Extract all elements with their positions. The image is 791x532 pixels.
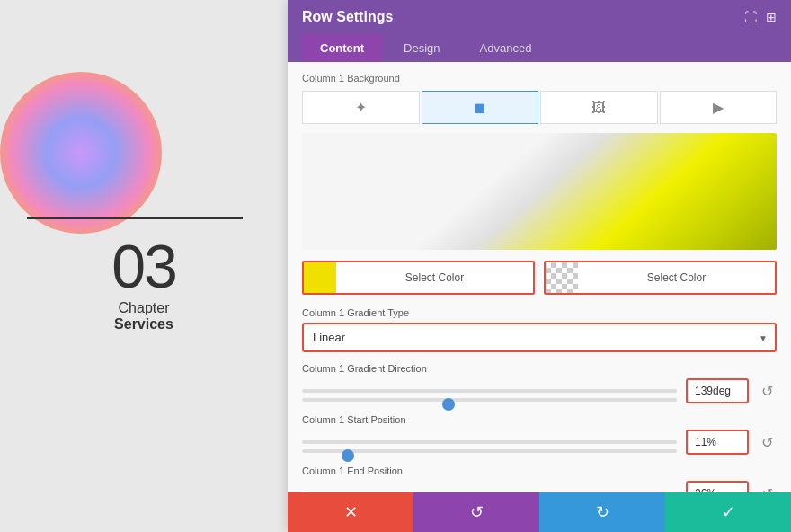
left-preview-panel: 03 Chapter Services — [0, 0, 288, 532]
layout-icon[interactable]: ⊞ — [766, 10, 777, 24]
color-select-btn-1[interactable]: Select Color — [302, 261, 535, 295]
color-select-label-2: Select Color — [578, 271, 775, 284]
action-bar: ✕ ↺ ↻ ✓ — [288, 492, 791, 532]
gradient-type-select-wrapper: Linear Radial Conic — [302, 323, 777, 352]
cancel-button[interactable]: ✕ — [288, 492, 413, 532]
bg-type-row: ✦ ◼ 🖼 ▶ — [302, 91, 777, 124]
gradient-end-input[interactable]: 36% — [686, 481, 749, 492]
bg-type-image[interactable]: 🖼 — [540, 91, 658, 124]
tab-advanced[interactable]: Advanced — [462, 34, 550, 62]
chapter-preview: 03 Chapter Services — [111, 235, 176, 332]
chapter-label: Chapter — [119, 300, 170, 316]
gradient-type-group: Column 1 Gradient Type Linear Radial Con… — [302, 307, 777, 352]
undo-button[interactable]: ↺ — [413, 492, 539, 532]
chapter-services: Services — [114, 316, 173, 332]
row-settings-panel: Row Settings ⛶ ⊞ Content Design Advanced… — [288, 0, 791, 532]
bg-section-label: Column 1 Background — [302, 73, 777, 84]
header-icons: ⛶ ⊞ — [744, 10, 777, 24]
chapter-number: 03 — [111, 235, 176, 297]
gradient-start-slider[interactable] — [302, 449, 677, 453]
bg-type-color[interactable]: ◼ — [422, 91, 539, 124]
gradient-start-input[interactable]: 11% — [686, 430, 749, 455]
color-select-label-1: Select Color — [336, 271, 533, 284]
tabs-bar: Content Design Advanced — [288, 34, 791, 62]
tab-design[interactable]: Design — [386, 34, 458, 62]
save-button[interactable]: ✓ — [665, 492, 791, 532]
panel-header: Row Settings ⛶ ⊞ — [288, 0, 791, 34]
redo-button[interactable]: ↻ — [539, 492, 665, 532]
gradient-type-label: Column 1 Gradient Type — [302, 307, 777, 318]
color-select-btn-2[interactable]: Select Color — [544, 261, 777, 295]
gradient-start-reset[interactable]: ↺ — [758, 432, 777, 453]
gradient-preview — [302, 133, 777, 250]
gradient-end-row: 36% ↺ — [302, 481, 777, 492]
gradient-direction-input[interactable]: 139deg — [686, 378, 749, 403]
gradient-start-group: Column 1 Start Position 11% ↺ — [302, 414, 777, 455]
cancel-icon: ✕ — [344, 502, 358, 522]
bg-type-none[interactable]: ✦ — [302, 91, 420, 124]
gradient-direction-reset[interactable]: ↺ — [758, 381, 777, 402]
fullscreen-icon[interactable]: ⛶ — [744, 10, 757, 24]
undo-icon: ↺ — [470, 502, 484, 522]
redo-icon: ↻ — [596, 502, 609, 522]
gradient-end-group: Column 1 End Position 36% ↺ — [302, 466, 777, 492]
gradient-end-reset[interactable]: ↺ — [758, 483, 777, 493]
bg-type-video[interactable]: ▶ — [660, 91, 778, 124]
tab-content[interactable]: Content — [302, 34, 382, 62]
gradient-start-row: 11% ↺ — [302, 430, 777, 455]
panel-content: Column 1 Background ✦ ◼ 🖼 ▶ Select Color… — [288, 62, 791, 492]
panel-title: Row Settings — [302, 9, 393, 25]
save-icon: ✓ — [722, 502, 735, 522]
gradient-direction-track — [302, 389, 677, 393]
gradient-end-label: Column 1 End Position — [302, 466, 777, 476]
gradient-direction-slider[interactable] — [302, 398, 677, 402]
gradient-start-label: Column 1 Start Position — [302, 414, 777, 425]
gradient-end-track — [302, 492, 677, 492]
gradient-direction-row: 139deg ↺ — [302, 378, 777, 403]
gradient-type-select[interactable]: Linear Radial Conic — [302, 323, 777, 352]
color-selectors: Select Color Select Color — [302, 261, 777, 295]
gradient-direction-label: Column 1 Gradient Direction — [302, 363, 777, 374]
gradient-direction-group: Column 1 Gradient Direction 139deg ↺ — [302, 363, 777, 403]
color-swatch-2 — [546, 262, 578, 293]
horizontal-line — [27, 217, 243, 219]
gradient-blob — [0, 72, 162, 234]
gradient-start-track — [302, 440, 677, 444]
color-swatch-1 — [304, 262, 336, 293]
